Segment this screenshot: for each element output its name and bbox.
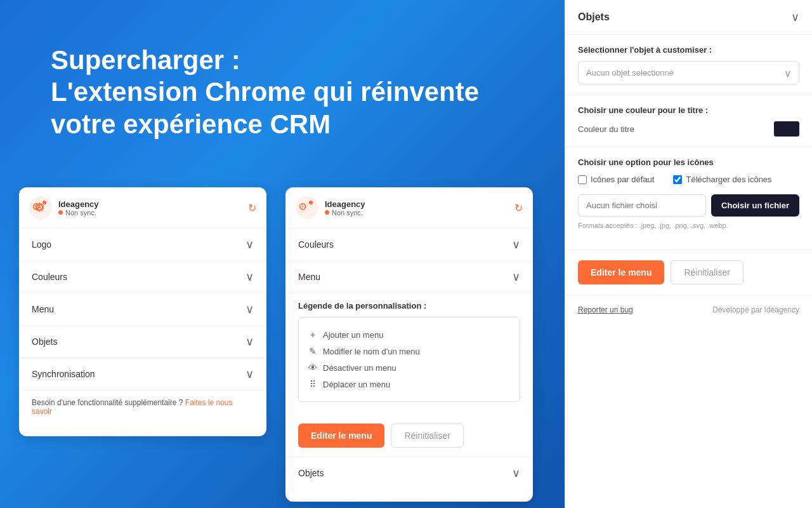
formats-text: Formats acceptés : .jpeg, .jpg, .png, .s… <box>578 222 799 229</box>
legend-title: Légende de la personnalisation : <box>298 301 520 311</box>
legend-section: Légende de la personnalisation : + Ajout… <box>285 293 533 418</box>
middle-btn-row: Editer le menu Réinitialiser <box>285 424 533 448</box>
footer-text: Besoin d'une fonctionnalité supplémentai… <box>32 398 183 407</box>
accordion-objets-middle-label: Objets <box>298 468 324 478</box>
accordion-menu-middle-label: Menu <box>298 272 320 282</box>
legend-item-disable: 👁 Désactiver un menu <box>308 359 511 376</box>
brand-area-left: ⚙ ⚙ Ideagency Non sync. <box>29 196 99 219</box>
checkbox-download[interactable] <box>673 175 682 184</box>
svg-text:⚙: ⚙ <box>298 201 307 212</box>
reset-button-middle[interactable]: Réinitialiser <box>391 424 463 448</box>
chevron-couleurs-middle: ∨ <box>512 237 520 251</box>
developed-by: Développé par Ideagency <box>712 305 799 314</box>
drag-icon: ⠿ <box>308 379 318 389</box>
right-panel-title: Objets <box>578 11 610 23</box>
panel-right: Objets ∨ Sélectionner l'objet à customis… <box>565 0 812 508</box>
right-panel-header: Objets ∨ <box>565 0 812 35</box>
chevron-logo: ∨ <box>246 237 254 251</box>
accordion-objets-left-label: Objets <box>32 337 57 347</box>
right-panel-footer: Reporter un bug Développé par Ideagency <box>565 295 812 324</box>
chevron-right-panel[interactable]: ∨ <box>791 10 799 24</box>
hero-title: Supercharger : L'extension Chrome qui ré… <box>51 44 479 140</box>
checkbox-default-label: Icônes par défaut <box>591 175 654 184</box>
edit-menu-button-right[interactable]: Editer le menu <box>578 260 664 284</box>
color-swatch[interactable] <box>774 121 799 137</box>
accordion-logo-label: Logo <box>32 239 51 250</box>
color-row: Couleur du titre <box>578 121 799 137</box>
accordion-couleurs-middle-label: Couleurs <box>298 239 334 250</box>
hubspot-icon-left: ⚙ ⚙ <box>29 196 52 219</box>
sync-dot-left <box>58 210 63 215</box>
sync-label-middle: Non sync. <box>332 209 363 217</box>
legend-item-add: + Ajouter un menu <box>308 326 511 343</box>
accordion-logo[interactable]: Logo ∨ <box>19 229 266 261</box>
checkbox-default[interactable] <box>578 175 587 184</box>
color-field-label: Couleur du titre <box>578 124 634 134</box>
panel-middle: ⚙ Ideagency Non sync. ↻ Couleurs ∨ Menu … <box>285 187 533 502</box>
chevron-objets-left: ∨ <box>246 335 254 349</box>
panel-middle-header: ⚙ Ideagency Non sync. ↻ <box>285 187 533 229</box>
brand-area-middle: ⚙ Ideagency Non sync. <box>296 196 365 219</box>
accordion-menu-left[interactable]: Menu ∨ <box>19 293 266 326</box>
reset-button-right[interactable]: Réinitialiser <box>671 260 743 284</box>
accordion-couleurs-middle[interactable]: Couleurs ∨ <box>285 229 533 261</box>
color-section: Choisir une couleur pour le titre : Coul… <box>565 95 812 147</box>
hero-section: Supercharger : L'extension Chrome qui ré… <box>51 44 479 140</box>
svg-text:⚙: ⚙ <box>32 201 41 212</box>
brand-name-middle: Ideagency <box>325 199 365 209</box>
chevron-menu-left: ∨ <box>246 302 254 316</box>
chevron-couleurs-left: ∨ <box>246 270 254 284</box>
choose-file-button[interactable]: Choisir un fichier <box>711 194 799 217</box>
panel-left-header: ⚙ ⚙ Ideagency Non sync. ↻ <box>19 187 266 229</box>
accordion-couleurs-left-label: Couleurs <box>32 272 67 282</box>
accordion-synchronisation[interactable]: Synchronisation ∨ <box>19 358 266 391</box>
checkbox-default-item[interactable]: Icônes par défaut <box>578 175 654 184</box>
eye-icon: 👁 <box>308 363 318 373</box>
legend-box: + Ajouter un menu ✎ Modifier le nom d'un… <box>298 317 520 402</box>
brand-name-left: Ideagency <box>58 199 99 209</box>
icons-section: Choisir une option pour les icônes Icône… <box>565 147 812 250</box>
right-buttons-section: Editer le menu Réinitialiser <box>565 250 812 295</box>
select-section: Sélectionner l'objet à customiser : Aucu… <box>565 35 812 95</box>
sync-status-middle: Non sync. <box>325 209 365 217</box>
sync-status-left: Non sync. <box>58 209 99 217</box>
accordion-menu-middle[interactable]: Menu ∨ <box>285 261 533 293</box>
right-btn-row: Editer le menu Réinitialiser <box>578 260 799 284</box>
legend-item-edit: ✎ Modifier le nom d'un menu <box>308 343 511 359</box>
hubspot-icon-middle: ⚙ <box>296 196 318 219</box>
pencil-icon: ✎ <box>308 346 318 356</box>
accordion-objets-middle[interactable]: Objets ∨ <box>285 457 533 489</box>
chevron-synchronisation: ∨ <box>246 367 254 381</box>
refresh-icon-middle[interactable]: ↻ <box>514 202 523 214</box>
edit-menu-button-middle[interactable]: Editer le menu <box>298 424 384 448</box>
legend-disable-text: Désactiver un menu <box>323 363 396 373</box>
accordion-synchronisation-label: Synchronisation <box>32 369 95 379</box>
file-text-input[interactable] <box>578 194 706 217</box>
accordion-menu-left-label: Menu <box>32 304 54 314</box>
file-input-row: Choisir un fichier <box>578 194 799 217</box>
sync-label-left: Non sync. <box>65 209 96 217</box>
legend-move-text: Déplacer un menu <box>323 380 390 389</box>
panel-left: ⚙ ⚙ Ideagency Non sync. ↻ Logo ∨ Couleur… <box>19 187 266 436</box>
checkbox-download-item[interactable]: Télécharger des icônes <box>673 175 771 184</box>
brand-info-middle: Ideagency Non sync. <box>325 199 365 217</box>
chevron-menu-middle: ∨ <box>512 270 520 284</box>
select-wrapper[interactable]: Aucun objet selectionné ∨ <box>578 61 799 84</box>
legend-edit-text: Modifier le nom d'un menu <box>323 347 420 356</box>
refresh-icon-left[interactable]: ↻ <box>248 202 256 214</box>
checkbox-download-label: Télécharger des icônes <box>686 175 771 184</box>
accordion-couleurs-left[interactable]: Couleurs ∨ <box>19 261 266 293</box>
accordion-objets-left[interactable]: Objets ∨ <box>19 326 266 358</box>
plus-icon: + <box>308 330 318 340</box>
color-section-label: Choisir une couleur pour le titre : <box>578 105 799 115</box>
bug-link[interactable]: Reporter un bug <box>578 305 633 314</box>
svg-point-2 <box>43 201 46 204</box>
legend-item-move: ⠿ Déplacer un menu <box>308 376 511 392</box>
icons-section-label: Choisir une option pour les icônes <box>578 157 799 167</box>
checkbox-row: Icônes par défaut Télécharger des icônes <box>578 175 799 184</box>
sync-dot-middle <box>325 210 329 215</box>
panel-left-footer: Besoin d'une fonctionnalité supplémentai… <box>19 391 266 424</box>
object-select[interactable]: Aucun objet selectionné <box>578 61 799 84</box>
brand-info-left: Ideagency Non sync. <box>58 199 99 217</box>
legend-add-text: Ajouter un menu <box>323 330 383 340</box>
